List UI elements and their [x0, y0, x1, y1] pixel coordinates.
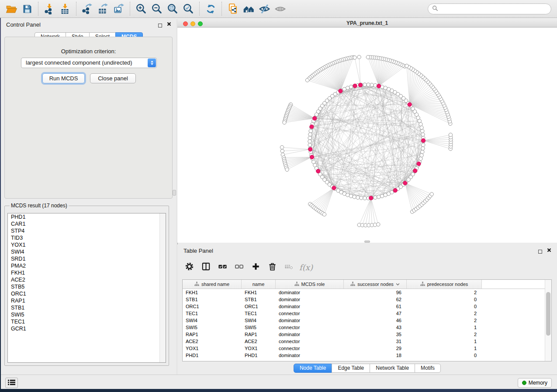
table-row-yox1[interactable]: YOX1YOX1connector291: [183, 345, 551, 352]
home-networks-button[interactable]: [241, 1, 256, 17]
tab-motifs[interactable]: Motifs: [415, 364, 441, 373]
export-table-button[interactable]: [95, 1, 111, 17]
save-session-button[interactable]: [19, 1, 35, 17]
mcds-result-item[interactable]: TID3: [8, 234, 166, 241]
cell-mcds-role: connector: [276, 338, 344, 345]
table-panel-float-button[interactable]: [538, 248, 542, 255]
add-column-button[interactable]: [249, 261, 263, 274]
clone-network-button[interactable]: [225, 1, 241, 17]
import-network-button[interactable]: [42, 1, 57, 17]
tab-network-table[interactable]: Network Table: [370, 364, 415, 373]
cell-successor-nodes: 18: [344, 352, 407, 359]
mcds-result-item[interactable]: PHD1: [8, 213, 166, 220]
mcds-result-item[interactable]: CAR1: [8, 220, 166, 227]
mcds-tab-panel: Optimization criterion: largest connecte…: [4, 37, 173, 199]
hide-selected-button[interactable]: [256, 1, 272, 17]
mcds-result-item[interactable]: TEC1: [8, 318, 166, 325]
table-row-phd1[interactable]: PHD1PHD1dominator180: [183, 352, 551, 359]
refresh-button[interactable]: [203, 1, 218, 17]
table-scrollbar-thumb[interactable]: [546, 292, 550, 336]
mcds-result-item[interactable]: RAP1: [8, 297, 166, 304]
table-row-orc1[interactable]: ORC1ORC1dominator610: [183, 303, 551, 310]
show-panels-menu-button[interactable]: [5, 378, 18, 388]
cell-name: PHD1: [242, 352, 276, 359]
vertical-splitter-handle[interactable]: [173, 190, 176, 196]
network-canvas[interactable]: [177, 28, 557, 243]
zoom-fit-icon: [167, 3, 178, 14]
mcds-result-item[interactable]: SWI4: [8, 248, 166, 255]
cell-predecessor-nodes: 2: [407, 331, 482, 338]
control-panel-float-button[interactable]: [158, 22, 162, 29]
table-row-ace2[interactable]: ACE2ACE2connector311: [183, 338, 551, 345]
table-row-swi4[interactable]: SWI4SWI4dominator462: [183, 317, 551, 324]
mcds-list-scrollbar[interactable]: [159, 213, 166, 362]
clone-network-icon: [227, 3, 239, 14]
export-image-button[interactable]: [111, 1, 127, 17]
open-file-button[interactable]: [3, 1, 19, 17]
control-panel-close-button[interactable]: [167, 22, 171, 26]
column-header-predecessor-nodes[interactable]: predecessor nodes: [407, 280, 482, 289]
column-header-shared-name[interactable]: shared name: [183, 280, 242, 289]
show-hidden-button[interactable]: [272, 1, 288, 17]
table-settings-button[interactable]: [183, 261, 196, 274]
checked-boxes-icon: [218, 261, 228, 273]
zoom-fit-button[interactable]: [165, 1, 180, 17]
search-box: [428, 3, 551, 14]
close-traffic-light[interactable]: [183, 21, 188, 26]
mcds-result-item[interactable]: ORC1: [8, 290, 166, 297]
select-all-button[interactable]: [216, 261, 229, 274]
table-row-tec1[interactable]: TEC1TEC1connector472: [183, 310, 551, 317]
list-icon: [8, 379, 15, 387]
mcds-result-item[interactable]: GCR1: [8, 325, 166, 332]
table-row-rap1[interactable]: RAP1RAP1dominator352: [183, 331, 551, 338]
cell-successor-nodes: 29: [344, 345, 407, 352]
cell-predecessor-nodes: 1: [407, 338, 482, 345]
cell-name: SWI4: [242, 317, 276, 324]
memory-button[interactable]: Memory: [518, 378, 552, 388]
cell-shared-name: SWI5: [183, 324, 242, 331]
search-input[interactable]: [440, 5, 551, 14]
table-scrollbar[interactable]: [545, 280, 551, 361]
cell-shared-name: RAP1: [183, 331, 242, 338]
run-mcds-button[interactable]: Run MCDS: [42, 73, 85, 83]
zoom-out-button[interactable]: [149, 1, 165, 17]
column-header-successor-nodes[interactable]: successor nodes: [344, 280, 407, 289]
hierarchy-icon: [420, 282, 425, 287]
maximize-traffic-light[interactable]: [198, 21, 203, 26]
mcds-result-item[interactable]: SWI5: [8, 311, 166, 318]
zoom-in-button[interactable]: [133, 1, 149, 17]
import-table-button[interactable]: [57, 1, 73, 17]
mcds-result-item[interactable]: PMA2: [8, 262, 166, 269]
mcds-result-item[interactable]: STP4: [8, 227, 166, 234]
column-header-mcds-role[interactable]: MCDS role: [276, 280, 344, 289]
cell-shared-name: YOX1: [183, 345, 242, 352]
mcds-result-item[interactable]: STB5: [8, 283, 166, 290]
export-network-button[interactable]: [80, 1, 95, 17]
mcds-result-item[interactable]: YOX1: [8, 241, 166, 248]
table-panel-close-button[interactable]: [547, 248, 551, 252]
mcds-result-item[interactable]: SRD1: [8, 255, 166, 262]
hierarchy-icon: [294, 282, 299, 287]
table-row-swi5[interactable]: SWI5SWI5connector431: [183, 324, 551, 331]
delete-column-button[interactable]: [266, 261, 279, 274]
optimization-criterion-select[interactable]: largest connected component (undirected): [21, 58, 157, 68]
cell-predecessor-nodes: 2: [407, 310, 482, 317]
close-panel-button[interactable]: Close panel: [90, 73, 136, 83]
show-columns-button[interactable]: [199, 261, 213, 274]
cell-shared-name: STB1: [183, 296, 242, 303]
mcds-result-item[interactable]: FKH1: [8, 269, 166, 276]
table-row-fkh1[interactable]: FKH1FKH1dominator962: [183, 289, 551, 296]
horizontal-splitter-handle[interactable]: [364, 241, 370, 243]
column-header-name[interactable]: name: [242, 280, 276, 289]
tab-edge-table[interactable]: Edge Table: [332, 364, 370, 373]
network-graph[interactable]: [177, 28, 557, 243]
tab-node-table[interactable]: Node Table: [294, 364, 332, 373]
zoom-selected-button[interactable]: [180, 1, 196, 17]
deselect-all-button[interactable]: [232, 261, 246, 274]
network-window-titlebar[interactable]: YPA_prune.txt_1: [177, 19, 557, 28]
mcds-result-item[interactable]: ACE2: [8, 276, 166, 283]
table-row-stb1[interactable]: STB1STB1dominator620: [183, 296, 551, 303]
minimize-traffic-light[interactable]: [190, 21, 195, 26]
cell-mcds-role: connector: [276, 345, 344, 352]
mcds-result-item[interactable]: STB1: [8, 304, 166, 311]
